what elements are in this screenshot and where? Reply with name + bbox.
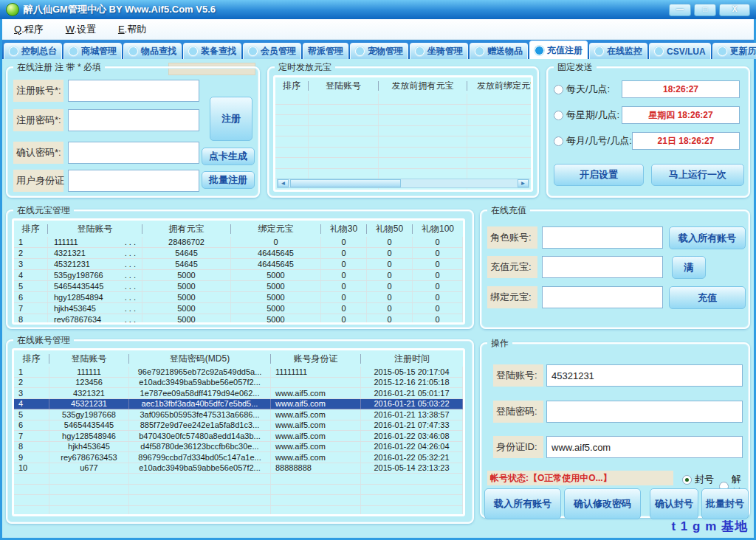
load-all-accounts-button[interactable]: 载入所有账号	[484, 488, 561, 519]
table-row[interactable]: 8rey67867634. . .50005000000	[14, 314, 463, 325]
empty-table-row	[275, 158, 531, 169]
tab-12[interactable]: 更新历史	[712, 43, 756, 59]
table-row[interactable]: 111111196e79218965eb72c92a549dd5a...1111…	[14, 367, 463, 378]
table-row[interactable]: 343213211e787ee09a58dff4179d94e062...www…	[14, 388, 463, 399]
table-cell	[49, 495, 129, 505]
table-cell: 0	[321, 259, 367, 269]
empty-table-row	[275, 105, 531, 116]
table-row[interactable]: 6hgy12854894. . .50005000000	[14, 292, 463, 303]
ban-radio[interactable]: 封号	[682, 473, 714, 486]
table-row[interactable]: 7hjkh453645. . .50005000000	[14, 303, 463, 314]
tab-10[interactable]: 在线监控	[589, 43, 647, 59]
table-cell	[379, 148, 467, 158]
tab-1[interactable]: 商城管理	[63, 43, 122, 59]
tab-circle-icon	[128, 46, 138, 56]
brand-watermark: t 1 g m 基地	[671, 518, 748, 535]
scroll-thumb[interactable]	[290, 179, 401, 187]
column-header: 登陆账号	[49, 354, 129, 364]
register-field-input-2[interactable]	[68, 142, 199, 164]
recharge-field-input-0[interactable]	[542, 226, 663, 249]
menu-item-0[interactable]: Q.程序	[14, 23, 44, 36]
register-button[interactable]: 注册	[210, 97, 252, 141]
table-row[interactable]: 5535gy19876683af0965b05953fe475313a6686.…	[14, 409, 463, 420]
recharge-field-input-1[interactable]	[542, 256, 663, 278]
confirm-modify-password-button[interactable]: 确认修改密码	[564, 488, 641, 519]
empty-table-row	[275, 136, 531, 148]
start-schedule-button[interactable]: 开启设置	[554, 164, 644, 186]
tab-9[interactable]: 充值注册	[529, 41, 588, 59]
table-row[interactable]: 24321321. . .5464546445645000	[14, 248, 463, 259]
register-field-input-1[interactable]	[68, 109, 199, 131]
table-row[interactable]: 10u677e10adc3949ba59abbe56e057f2...88888…	[14, 463, 463, 474]
tab-8[interactable]: 赠送物品	[470, 43, 528, 59]
minimize-button[interactable]: —	[669, 4, 691, 16]
table-cell: rey6786763453	[49, 452, 129, 463]
gold-group: 在线元宝管理 排序登陆账号拥有元宝绑定元宝礼物30礼物50礼物100 11111…	[6, 210, 474, 329]
card-generate-button[interactable]: 点卡生成	[202, 148, 255, 165]
register-field-label-3: 用户身份证	[13, 170, 63, 192]
truncation-dots: . . .	[125, 315, 136, 324]
fixed-option-radio-icon-1[interactable]	[554, 111, 563, 120]
table-cell: 6	[14, 292, 48, 302]
table-cell	[275, 158, 309, 168]
scroll-left-arrow-icon[interactable]: ◄	[278, 179, 289, 187]
table-cell: 896799ccbd7d334bd05c147a1e...	[129, 452, 271, 463]
register-field-input-3[interactable]	[68, 170, 199, 192]
table-cell	[275, 126, 309, 136]
batch-ban-button[interactable]: 批量封号	[701, 488, 749, 519]
tab-7[interactable]: 坐骑管理	[410, 43, 468, 59]
table-row[interactable]: 445321231aec1b3fbf3ada40b5dfc7e5bd5...ww…	[14, 399, 463, 410]
truncation-dots: . . .	[125, 271, 136, 280]
menu-item-1[interactable]: W.设置	[66, 23, 96, 36]
ban-radio-icon[interactable]	[682, 475, 692, 485]
tab-11[interactable]: CSV/LUA	[649, 43, 711, 59]
operation-field-input-1[interactable]	[546, 401, 743, 423]
recharge-field-input-2[interactable]	[542, 286, 663, 308]
close-button[interactable]: X	[719, 4, 750, 16]
table-cell: aec1b3fbf3ada40b5dfc7e5bd5...	[129, 399, 271, 409]
tab-0[interactable]: 控制总台	[4, 43, 62, 59]
fixed-option-radio-icon-2[interactable]	[554, 136, 563, 146]
table-row[interactable]: 345321231. . .5464546445645000	[14, 259, 463, 270]
table-row[interactable]: 8hjkh453645d4f58780de36123bccfb6bc30e...…	[14, 442, 463, 453]
recharge-button-1[interactable]: 满	[672, 256, 706, 279]
table-row[interactable]: 654654435445885f72e9d7ee242e1a5fa8d1c3..…	[14, 420, 463, 432]
recharge-button-0[interactable]: 载入所有账号	[669, 226, 746, 249]
fixed-option-label-1: 每星期/几点:	[566, 108, 619, 122]
tab-2[interactable]: 物品查找	[123, 43, 182, 59]
batch-register-button[interactable]: 批量注册	[202, 171, 255, 189]
table-row[interactable]: 9rey6786763453896799ccbd7d334bd05c147a1e…	[14, 452, 463, 463]
table-cell	[309, 126, 379, 136]
table-cell: www.aif5.com	[271, 442, 361, 452]
confirm-ban-button[interactable]: 确认封号	[650, 488, 698, 519]
table-row[interactable]: 1111111. . .284867020000	[14, 237, 463, 248]
table-row[interactable]: 2123456e10adc3949ba59abbe56e057f2...2015…	[14, 378, 463, 389]
register-field-input-0[interactable]	[68, 80, 199, 102]
table-cell	[129, 485, 271, 495]
tab-5[interactable]: 帮派管理	[303, 43, 348, 59]
tab-label: 更新历史	[730, 45, 756, 58]
table-cell: 0	[413, 314, 463, 325]
tab-4[interactable]: 会员管理	[243, 43, 301, 59]
operation-field-input-0[interactable]	[546, 364, 743, 387]
table-cell: 0	[413, 292, 463, 302]
scroll-right-arrow-icon[interactable]: ►	[518, 179, 529, 187]
table-row[interactable]: 7hgy128548946b470430e0fc57480a8edd14a3b.…	[14, 431, 463, 442]
tab-circle-icon	[355, 46, 365, 56]
recharge-button-2[interactable]: 充值	[669, 286, 746, 309]
table-row[interactable]: 4535gy198766. . .50005000000	[14, 270, 463, 281]
table-cell: 2016-01-22 03:46:08	[361, 431, 463, 441]
tab-3[interactable]: 装备查找	[183, 43, 241, 59]
tab-6[interactable]: 宠物管理	[350, 43, 408, 59]
table-cell	[271, 474, 361, 484]
run-once-button[interactable]: 马上运行一次	[651, 164, 744, 186]
table-cell	[309, 94, 379, 104]
maximize-button[interactable]: □	[694, 4, 716, 16]
table-cell: 5000	[142, 281, 231, 291]
scheduled-hscrollbar[interactable]: ◄ ►	[277, 179, 529, 188]
scheduled-group-title: 定时发放元宝	[275, 61, 335, 74]
table-row[interactable]: 554654435445. . .50005000000	[14, 281, 463, 292]
operation-field-input-2[interactable]	[546, 436, 743, 458]
fixed-option-radio-icon-0[interactable]	[554, 85, 563, 94]
menu-item-2[interactable]: E.帮助	[118, 23, 146, 36]
